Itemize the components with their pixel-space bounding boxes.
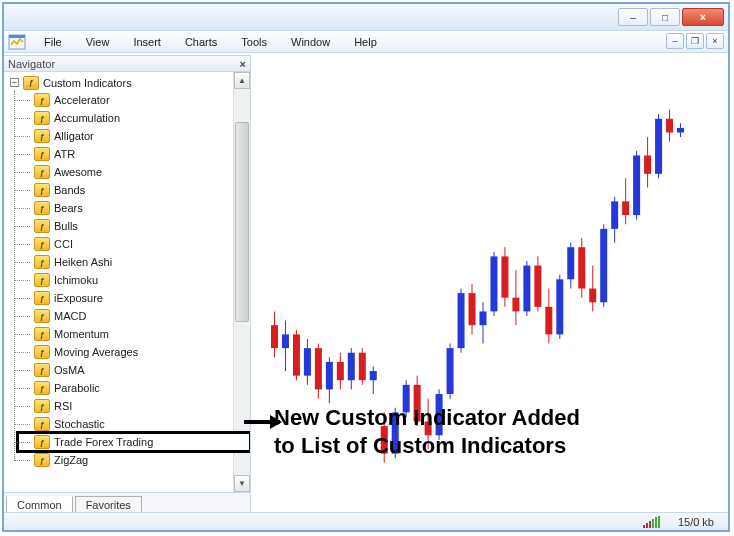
tree-item[interactable]: ƒiExposure: [18, 289, 250, 307]
tree-item[interactable]: ƒCCI: [18, 235, 250, 253]
tab-favorites[interactable]: Favorites: [75, 496, 142, 513]
menu-file[interactable]: File: [32, 33, 74, 51]
fx-icon: ƒ: [34, 237, 50, 251]
tree-item-label: CCI: [54, 238, 73, 250]
fx-icon: ƒ: [34, 291, 50, 305]
svg-rect-61: [589, 289, 596, 303]
svg-rect-5: [282, 334, 289, 348]
doc-restore-button[interactable]: ❐: [686, 33, 704, 49]
tree-item-label: OsMA: [54, 364, 85, 376]
navigator-tabs: CommonFavorites: [4, 492, 250, 512]
svg-rect-53: [545, 307, 552, 335]
window-close-button[interactable]: ×: [682, 8, 724, 26]
menubar: FileViewInsertChartsToolsWindowHelp – ❐ …: [4, 31, 728, 53]
doc-minimize-button[interactable]: –: [666, 33, 684, 49]
tree-item-label: iExposure: [54, 292, 103, 304]
menu-tools[interactable]: Tools: [229, 33, 279, 51]
scroll-down-button[interactable]: ▼: [234, 475, 250, 492]
expander-icon[interactable]: −: [10, 78, 19, 87]
fx-icon: ƒ: [34, 381, 50, 395]
tree-item-label: Heiken Ashi: [54, 256, 112, 268]
tree-item[interactable]: ƒATR: [18, 145, 250, 163]
fx-icon: ƒ: [34, 435, 50, 449]
tree-item[interactable]: ƒBulls: [18, 217, 250, 235]
scroll-thumb[interactable]: [235, 122, 249, 322]
svg-rect-71: [644, 155, 651, 173]
svg-rect-47: [512, 298, 519, 312]
fx-icon: ƒ: [34, 165, 50, 179]
tree-item[interactable]: ƒParabolic: [18, 379, 250, 397]
fx-icon: ƒ: [34, 327, 50, 341]
tree-root[interactable]: − ƒ Custom Indicators: [10, 74, 250, 91]
tree-item[interactable]: ƒBears: [18, 199, 250, 217]
tree-item[interactable]: ƒMoving Averages: [18, 343, 250, 361]
svg-rect-41: [479, 311, 486, 325]
tree-item[interactable]: ƒTrade Forex Trading: [18, 433, 250, 451]
tree-item[interactable]: ƒZigZag: [18, 451, 250, 469]
fx-icon: ƒ: [34, 363, 50, 377]
tree-item[interactable]: ƒRSI: [18, 397, 250, 415]
tree-item[interactable]: ƒAlligator: [18, 127, 250, 145]
navigator-close-button[interactable]: ×: [240, 58, 246, 70]
fx-icon: ƒ: [34, 111, 50, 125]
svg-rect-3: [271, 325, 278, 348]
scrollbar[interactable]: ▲ ▼: [233, 72, 250, 492]
svg-rect-63: [600, 229, 607, 302]
svg-rect-75: [666, 119, 673, 133]
svg-rect-51: [534, 266, 541, 307]
svg-rect-7: [293, 334, 300, 375]
tree-item[interactable]: ƒMomentum: [18, 325, 250, 343]
tree-item[interactable]: ƒAwesome: [18, 163, 250, 181]
titlebar: – □ ×: [4, 4, 728, 31]
fx-icon: ƒ: [34, 273, 50, 287]
svg-rect-39: [469, 293, 476, 325]
document-controls: – ❐ ×: [666, 33, 724, 49]
navigator-panel: Navigator × − ƒ Custom Indicators ƒAccel…: [4, 55, 251, 512]
tree-item[interactable]: ƒStochastic: [18, 415, 250, 433]
doc-close-button[interactable]: ×: [706, 33, 724, 49]
tree-item-label: Momentum: [54, 328, 109, 340]
menu-help[interactable]: Help: [342, 33, 389, 51]
tree-item[interactable]: ƒBands: [18, 181, 250, 199]
svg-rect-65: [611, 201, 618, 229]
tree-item-label: Moving Averages: [54, 346, 138, 358]
annotation-line2: to List of Custom Indicators: [274, 433, 566, 458]
connection-bars-icon: [643, 516, 660, 528]
svg-rect-1: [9, 35, 25, 38]
fx-icon: ƒ: [34, 453, 50, 467]
tree-item[interactable]: ƒIchimoku: [18, 271, 250, 289]
tree-item[interactable]: ƒAccelerator: [18, 91, 250, 109]
scroll-up-button[interactable]: ▲: [234, 72, 250, 89]
tree-item-label: ATR: [54, 148, 75, 160]
tree-item-label: Bears: [54, 202, 83, 214]
tree-item[interactable]: ƒOsMA: [18, 361, 250, 379]
fx-icon: ƒ: [34, 309, 50, 323]
window-minimize-button[interactable]: –: [618, 8, 648, 26]
tree-item-label: Stochastic: [54, 418, 105, 430]
tree-item-label: Awesome: [54, 166, 102, 178]
svg-rect-73: [655, 119, 662, 174]
svg-rect-37: [458, 293, 465, 348]
tree-item-label: Accumulation: [54, 112, 120, 124]
menu-insert[interactable]: Insert: [121, 33, 173, 51]
fx-icon: ƒ: [34, 129, 50, 143]
tree-item[interactable]: ƒAccumulation: [18, 109, 250, 127]
svg-rect-49: [523, 266, 530, 312]
svg-rect-77: [677, 128, 684, 133]
svg-rect-19: [359, 353, 366, 381]
window-maximize-button[interactable]: □: [650, 8, 680, 26]
menu-window[interactable]: Window: [279, 33, 342, 51]
tree-item-label: Alligator: [54, 130, 94, 142]
tab-common[interactable]: Common: [6, 496, 73, 513]
annotation-line1: New Custom Indicator Added: [274, 405, 580, 430]
tree-item-label: ZigZag: [54, 454, 88, 466]
tree-item-label: RSI: [54, 400, 72, 412]
tree-root-label: Custom Indicators: [43, 77, 132, 89]
svg-rect-57: [567, 247, 574, 279]
svg-rect-43: [490, 256, 497, 311]
menu-charts[interactable]: Charts: [173, 33, 229, 51]
tree-item[interactable]: ƒHeiken Ashi: [18, 253, 250, 271]
menu-view[interactable]: View: [74, 33, 122, 51]
statusbar: 15/0 kb: [4, 512, 728, 530]
tree-item[interactable]: ƒMACD: [18, 307, 250, 325]
